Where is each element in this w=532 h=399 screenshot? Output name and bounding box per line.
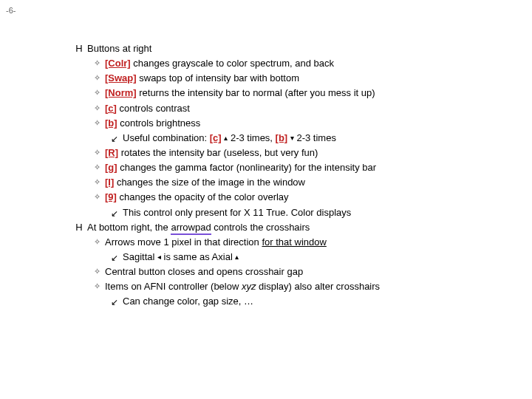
item-afni-controller: ✧Items on AFNI controller (below xyz dis…: [74, 279, 517, 294]
bullet-lvl2-icon: ↙: [109, 296, 120, 310]
swap-desc: swaps top of intensity bar with bottom: [137, 72, 299, 83]
slide-body: HButtons at right ✧[Colr] changes graysc…: [74, 41, 517, 310]
bullet-lvl2-icon: ↙: [109, 132, 120, 146]
item-brightness: ✧[b] controls brightness: [74, 116, 517, 131]
arrows-lead: Arrows move 1 pixel in that direction: [105, 236, 262, 248]
r-button-label: [R]: [105, 147, 118, 158]
item-contrast: ✧[c] controls contrast: [74, 101, 517, 116]
item-image-size: ✧[I] changes the size of the image in th…: [74, 175, 517, 190]
colr-desc: changes grayscale to color spectrum, and…: [131, 58, 334, 69]
nine-desc: changes the opacity of the color overlay: [117, 191, 289, 202]
bullet-lvl1-icon: ✧: [92, 57, 102, 69]
item-change-color: ↙Can change color, gap size, …: [74, 294, 517, 309]
combo-c-label: [c]: [210, 132, 222, 143]
swap-button-label: [Swap]: [105, 72, 137, 83]
combo-tail: 2-3 times: [294, 132, 336, 143]
bullet-lvl1-icon: ✧: [92, 280, 102, 293]
bullet-lvl2-icon: ↙: [109, 251, 120, 265]
heading-buttons-at-right: HButtons at right: [74, 41, 517, 56]
i-desc: changes the size of the image in the win…: [114, 177, 305, 188]
s2-lead: At bottom right, the: [87, 222, 171, 233]
combo-mid: 2-3 times,: [228, 132, 275, 143]
r-desc: rotates the intensity bar (useless, but …: [118, 147, 318, 158]
bullet-lvl1-icon: ✧: [92, 102, 102, 115]
bullet-lvl2-icon: ↙: [109, 207, 120, 221]
for-that-window: for that window: [262, 236, 326, 248]
c-button-label: [c]: [105, 103, 117, 114]
sag-lead: Sagittal: [123, 251, 157, 262]
combo-b-label: [b]: [276, 132, 288, 143]
i-button-label: [I]: [105, 177, 114, 188]
page-number: -6-: [6, 4, 16, 17]
afni-tail: display) also alter crosshairs: [256, 281, 380, 292]
up-triangle-icon: ▴: [224, 132, 228, 144]
bullet-lvl1-icon: ✧: [92, 117, 102, 129]
norm-button-label: [Norm]: [105, 87, 137, 98]
afni-lead: Items on AFNI controller (below: [105, 281, 242, 292]
up-triangle-icon: ▴: [235, 251, 239, 263]
arrowpad-word: arrowpad: [171, 222, 211, 235]
central-text: Central button closes and opens crosshai…: [105, 266, 303, 277]
c-desc: controls contrast: [117, 103, 190, 114]
item-x11-note: ↙This control only present for X 11 True…: [74, 205, 517, 220]
bullet-lvl0-icon: H: [74, 41, 84, 56]
item-rotate: ✧[R] rotates the intensity bar (useless,…: [74, 146, 517, 160]
bullet-lvl1-icon: ✧: [92, 176, 102, 188]
item-norm: ✧[Norm] returns the intensity bar to nor…: [74, 86, 517, 100]
combo-lead: Useful combination:: [123, 132, 210, 143]
xyz-label: xyz: [242, 281, 256, 292]
item-swap: ✧[Swap] swaps top of intensity bar with …: [74, 71, 517, 86]
norm-desc: returns the intensity bar to normal (aft…: [137, 87, 375, 98]
sag-mid: is same as Axial: [161, 251, 235, 262]
down-triangle-icon: ▾: [290, 132, 294, 144]
bullet-lvl1-icon: ✧: [92, 161, 102, 174]
nine-button-label: [9]: [105, 191, 117, 202]
item-arrows-move: ✧Arrows move 1 pixel in that direction f…: [74, 235, 517, 250]
item-opacity: ✧[9] changes the opacity of the color ov…: [74, 190, 517, 205]
g-button-label: [g]: [105, 162, 117, 173]
bullet-lvl1-icon: ✧: [92, 265, 102, 278]
item-useful-combo: ↙Useful combination: [c] ▴ 2-3 times, [b…: [74, 131, 517, 146]
bullet-lvl0-icon: H: [74, 220, 84, 235]
change-color-text: Can change color, gap size, …: [123, 296, 253, 307]
colr-button-label: [Colr]: [105, 58, 131, 69]
item-gamma: ✧[g] changes the gamma factor (nonlinear…: [74, 160, 517, 175]
item-colr: ✧[Colr] changes grayscale to color spect…: [74, 56, 517, 71]
bullet-lvl1-icon: ✧: [92, 86, 102, 99]
b-desc: controls brightness: [117, 117, 201, 129]
s2-tail: controls the crosshairs: [211, 222, 310, 233]
bullet-lvl1-icon: ✧: [92, 146, 102, 159]
item-central-button: ✧Central button closes and opens crossha…: [74, 265, 517, 279]
left-triangle-icon: ◂: [157, 251, 161, 263]
item-sagittal-axial: ↙Sagittal ◂ is same as Axial ▴: [74, 250, 517, 265]
heading-text: Buttons at right: [87, 43, 151, 54]
bullet-lvl1-icon: ✧: [92, 191, 102, 203]
x11-dot: .: [285, 207, 290, 218]
heading-arrowpad: HAt bottom right, the arrowpad controls …: [74, 220, 517, 235]
b-button-label: [b]: [105, 117, 117, 129]
bullet-lvl1-icon: ✧: [92, 236, 102, 248]
x11-lead: This control only present for X 11 True: [123, 207, 285, 218]
g-desc: changes the gamma factor (nonlinearity) …: [117, 162, 376, 173]
bullet-lvl1-icon: ✧: [92, 72, 102, 84]
x11-tail: Color displays: [291, 207, 352, 218]
